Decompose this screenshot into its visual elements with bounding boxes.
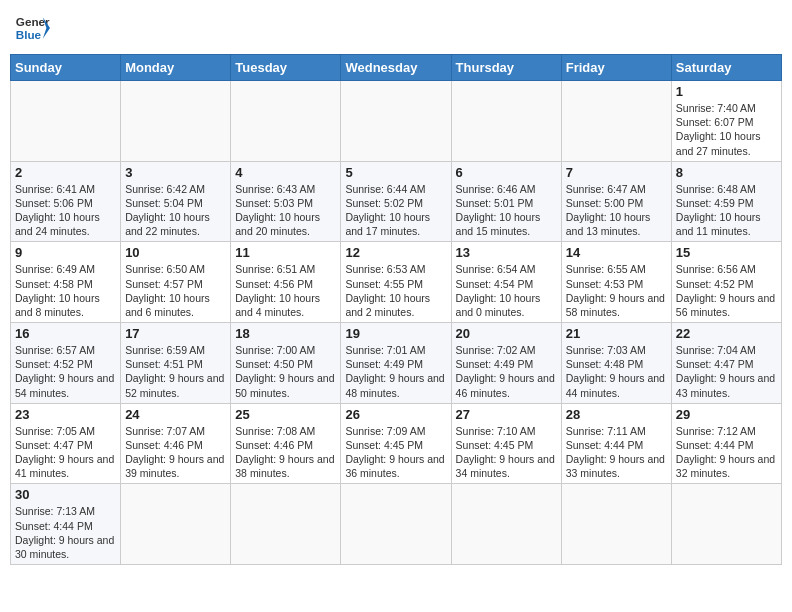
calendar-cell: 29Sunrise: 7:12 AM Sunset: 4:44 PM Dayli… — [671, 403, 781, 484]
svg-text:Blue: Blue — [16, 28, 42, 41]
calendar-cell: 19Sunrise: 7:01 AM Sunset: 4:49 PM Dayli… — [341, 323, 451, 404]
day-header-thursday: Thursday — [451, 55, 561, 81]
calendar-cell: 4Sunrise: 6:43 AM Sunset: 5:03 PM Daylig… — [231, 161, 341, 242]
day-info: Sunrise: 7:09 AM Sunset: 4:45 PM Dayligh… — [345, 424, 446, 481]
day-info: Sunrise: 7:04 AM Sunset: 4:47 PM Dayligh… — [676, 343, 777, 400]
calendar-cell: 16Sunrise: 6:57 AM Sunset: 4:52 PM Dayli… — [11, 323, 121, 404]
day-info: Sunrise: 7:08 AM Sunset: 4:46 PM Dayligh… — [235, 424, 336, 481]
day-number: 30 — [15, 487, 116, 502]
calendar-cell: 12Sunrise: 6:53 AM Sunset: 4:55 PM Dayli… — [341, 242, 451, 323]
day-info: Sunrise: 7:13 AM Sunset: 4:44 PM Dayligh… — [15, 504, 116, 561]
day-number: 23 — [15, 407, 116, 422]
calendar-week-1: 1Sunrise: 7:40 AM Sunset: 6:07 PM Daylig… — [11, 81, 782, 162]
day-header-wednesday: Wednesday — [341, 55, 451, 81]
calendar-cell: 8Sunrise: 6:48 AM Sunset: 4:59 PM Daylig… — [671, 161, 781, 242]
calendar-cell: 27Sunrise: 7:10 AM Sunset: 4:45 PM Dayli… — [451, 403, 561, 484]
day-info: Sunrise: 6:50 AM Sunset: 4:57 PM Dayligh… — [125, 262, 226, 319]
calendar-cell: 26Sunrise: 7:09 AM Sunset: 4:45 PM Dayli… — [341, 403, 451, 484]
day-number: 7 — [566, 165, 667, 180]
calendar-cell: 7Sunrise: 6:47 AM Sunset: 5:00 PM Daylig… — [561, 161, 671, 242]
day-number: 12 — [345, 245, 446, 260]
calendar-cell — [341, 484, 451, 565]
logo: General Blue — [14, 10, 50, 46]
calendar-cell: 30Sunrise: 7:13 AM Sunset: 4:44 PM Dayli… — [11, 484, 121, 565]
day-info: Sunrise: 7:01 AM Sunset: 4:49 PM Dayligh… — [345, 343, 446, 400]
day-header-tuesday: Tuesday — [231, 55, 341, 81]
calendar-cell — [121, 81, 231, 162]
calendar-cell: 11Sunrise: 6:51 AM Sunset: 4:56 PM Dayli… — [231, 242, 341, 323]
calendar-cell: 14Sunrise: 6:55 AM Sunset: 4:53 PM Dayli… — [561, 242, 671, 323]
calendar-week-3: 9Sunrise: 6:49 AM Sunset: 4:58 PM Daylig… — [11, 242, 782, 323]
calendar-cell: 18Sunrise: 7:00 AM Sunset: 4:50 PM Dayli… — [231, 323, 341, 404]
day-info: Sunrise: 6:57 AM Sunset: 4:52 PM Dayligh… — [15, 343, 116, 400]
day-info: Sunrise: 7:10 AM Sunset: 4:45 PM Dayligh… — [456, 424, 557, 481]
logo-icon: General Blue — [14, 10, 50, 46]
day-number: 8 — [676, 165, 777, 180]
day-number: 6 — [456, 165, 557, 180]
day-info: Sunrise: 6:51 AM Sunset: 4:56 PM Dayligh… — [235, 262, 336, 319]
calendar-cell: 5Sunrise: 6:44 AM Sunset: 5:02 PM Daylig… — [341, 161, 451, 242]
calendar-week-5: 23Sunrise: 7:05 AM Sunset: 4:47 PM Dayli… — [11, 403, 782, 484]
calendar-cell — [451, 484, 561, 565]
day-info: Sunrise: 6:47 AM Sunset: 5:00 PM Dayligh… — [566, 182, 667, 239]
day-number: 2 — [15, 165, 116, 180]
calendar-week-2: 2Sunrise: 6:41 AM Sunset: 5:06 PM Daylig… — [11, 161, 782, 242]
day-header-saturday: Saturday — [671, 55, 781, 81]
day-number: 18 — [235, 326, 336, 341]
calendar-week-4: 16Sunrise: 6:57 AM Sunset: 4:52 PM Dayli… — [11, 323, 782, 404]
calendar-cell: 15Sunrise: 6:56 AM Sunset: 4:52 PM Dayli… — [671, 242, 781, 323]
day-number: 24 — [125, 407, 226, 422]
calendar-header: SundayMondayTuesdayWednesdayThursdayFrid… — [11, 55, 782, 81]
calendar-week-6: 30Sunrise: 7:13 AM Sunset: 4:44 PM Dayli… — [11, 484, 782, 565]
calendar-cell: 13Sunrise: 6:54 AM Sunset: 4:54 PM Dayli… — [451, 242, 561, 323]
calendar-cell: 28Sunrise: 7:11 AM Sunset: 4:44 PM Dayli… — [561, 403, 671, 484]
day-info: Sunrise: 6:59 AM Sunset: 4:51 PM Dayligh… — [125, 343, 226, 400]
day-number: 20 — [456, 326, 557, 341]
day-number: 1 — [676, 84, 777, 99]
calendar-cell — [451, 81, 561, 162]
day-info: Sunrise: 6:41 AM Sunset: 5:06 PM Dayligh… — [15, 182, 116, 239]
day-number: 28 — [566, 407, 667, 422]
day-header-friday: Friday — [561, 55, 671, 81]
day-number: 14 — [566, 245, 667, 260]
day-info: Sunrise: 6:54 AM Sunset: 4:54 PM Dayligh… — [456, 262, 557, 319]
calendar-cell: 6Sunrise: 6:46 AM Sunset: 5:01 PM Daylig… — [451, 161, 561, 242]
day-number: 21 — [566, 326, 667, 341]
calendar-cell: 24Sunrise: 7:07 AM Sunset: 4:46 PM Dayli… — [121, 403, 231, 484]
day-info: Sunrise: 7:40 AM Sunset: 6:07 PM Dayligh… — [676, 101, 777, 158]
day-number: 25 — [235, 407, 336, 422]
day-number: 5 — [345, 165, 446, 180]
day-number: 19 — [345, 326, 446, 341]
day-info: Sunrise: 7:00 AM Sunset: 4:50 PM Dayligh… — [235, 343, 336, 400]
calendar-cell: 3Sunrise: 6:42 AM Sunset: 5:04 PM Daylig… — [121, 161, 231, 242]
day-number: 15 — [676, 245, 777, 260]
calendar-cell: 1Sunrise: 7:40 AM Sunset: 6:07 PM Daylig… — [671, 81, 781, 162]
calendar-cell: 9Sunrise: 6:49 AM Sunset: 4:58 PM Daylig… — [11, 242, 121, 323]
calendar-cell: 2Sunrise: 6:41 AM Sunset: 5:06 PM Daylig… — [11, 161, 121, 242]
day-number: 4 — [235, 165, 336, 180]
calendar-cell — [121, 484, 231, 565]
day-number: 17 — [125, 326, 226, 341]
day-info: Sunrise: 6:53 AM Sunset: 4:55 PM Dayligh… — [345, 262, 446, 319]
calendar-cell — [231, 81, 341, 162]
day-info: Sunrise: 7:03 AM Sunset: 4:48 PM Dayligh… — [566, 343, 667, 400]
calendar-cell: 20Sunrise: 7:02 AM Sunset: 4:49 PM Dayli… — [451, 323, 561, 404]
calendar-cell: 21Sunrise: 7:03 AM Sunset: 4:48 PM Dayli… — [561, 323, 671, 404]
day-header-sunday: Sunday — [11, 55, 121, 81]
day-info: Sunrise: 6:48 AM Sunset: 4:59 PM Dayligh… — [676, 182, 777, 239]
day-header-monday: Monday — [121, 55, 231, 81]
calendar-table: SundayMondayTuesdayWednesdayThursdayFrid… — [10, 54, 782, 565]
day-info: Sunrise: 6:55 AM Sunset: 4:53 PM Dayligh… — [566, 262, 667, 319]
calendar-cell: 25Sunrise: 7:08 AM Sunset: 4:46 PM Dayli… — [231, 403, 341, 484]
day-info: Sunrise: 6:56 AM Sunset: 4:52 PM Dayligh… — [676, 262, 777, 319]
calendar-cell: 22Sunrise: 7:04 AM Sunset: 4:47 PM Dayli… — [671, 323, 781, 404]
calendar-cell: 10Sunrise: 6:50 AM Sunset: 4:57 PM Dayli… — [121, 242, 231, 323]
day-number: 9 — [15, 245, 116, 260]
calendar-cell — [341, 81, 451, 162]
calendar-body: 1Sunrise: 7:40 AM Sunset: 6:07 PM Daylig… — [11, 81, 782, 565]
day-info: Sunrise: 6:46 AM Sunset: 5:01 PM Dayligh… — [456, 182, 557, 239]
day-number: 27 — [456, 407, 557, 422]
day-info: Sunrise: 6:49 AM Sunset: 4:58 PM Dayligh… — [15, 262, 116, 319]
day-number: 16 — [15, 326, 116, 341]
day-number: 3 — [125, 165, 226, 180]
